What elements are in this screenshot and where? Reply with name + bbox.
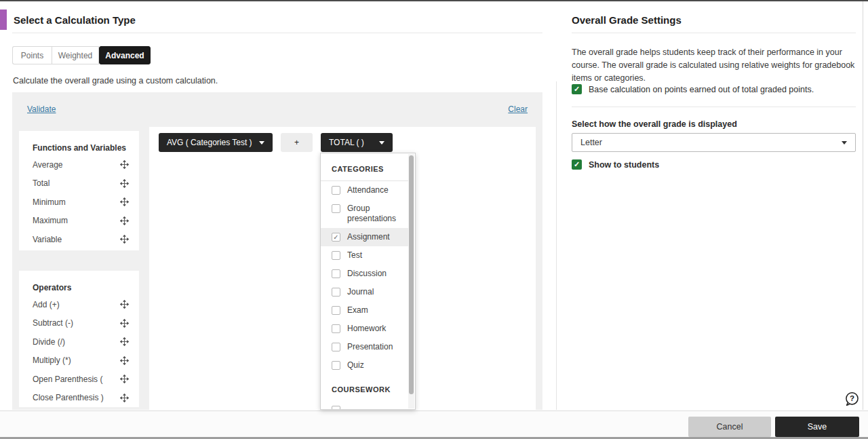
show-to-students-label: Show to students xyxy=(589,160,659,170)
move-icon[interactable] xyxy=(120,300,129,309)
operator-item-multiply[interactable]: Multiply (*) xyxy=(19,351,139,370)
save-button[interactable]: Save xyxy=(775,417,859,437)
category-option-journal[interactable]: Journal xyxy=(321,283,408,301)
checkbox-unchecked-icon[interactable] xyxy=(332,269,340,278)
page-title: Select a Calculation Type xyxy=(14,14,136,26)
page-scrollbar-track xyxy=(863,1,863,410)
panel-divider xyxy=(556,81,557,410)
move-icon[interactable] xyxy=(120,319,129,328)
move-icon[interactable] xyxy=(120,197,129,206)
grade-display-value: Letter xyxy=(580,138,602,147)
move-icon[interactable] xyxy=(120,179,129,188)
tab-advanced[interactable]: Advanced xyxy=(99,46,151,64)
category-option-exam[interactable]: Exam xyxy=(321,301,408,320)
checkbox-unchecked-icon[interactable] xyxy=(332,361,340,370)
checkbox-unchecked-icon[interactable] xyxy=(332,251,340,260)
function-item-maximum[interactable]: Maximum xyxy=(19,212,139,231)
grade-display-select[interactable]: Letter xyxy=(572,133,856,152)
divider xyxy=(12,33,542,33)
operator-item-open-paren[interactable]: Open Parenthesis ( xyxy=(19,370,139,389)
divider xyxy=(572,107,856,107)
operator-item-close-paren[interactable]: Close Parenthesis ) xyxy=(19,389,139,408)
settings-title: Overall Grade Settings xyxy=(572,14,682,26)
operator-item-divide[interactable]: Divide (/) xyxy=(19,332,139,351)
grade-display-label: Select how the overall grade is displaye… xyxy=(572,119,737,129)
coursework-option-partial[interactable] xyxy=(321,401,408,410)
category-option-discussion[interactable]: Discussion xyxy=(321,265,408,283)
checkbox-unchecked-icon[interactable] xyxy=(332,406,340,410)
expression-canvas[interactable]: AVG ( Categories Test ) + TOTAL ( ) CATE… xyxy=(149,127,536,410)
clear-link[interactable]: Clear xyxy=(508,104,528,114)
dropdown-scrollbar-thumb[interactable] xyxy=(409,155,414,394)
category-option-attendance[interactable]: Attendance xyxy=(321,181,408,199)
checkbox-unchecked-icon[interactable] xyxy=(332,186,340,195)
function-item-minimum[interactable]: Minimum xyxy=(19,193,139,212)
function-item-total[interactable]: Total xyxy=(19,174,139,193)
checkbox-unchecked-icon[interactable] xyxy=(332,288,340,297)
grade-settings-page: Select a Calculation Type Points Weighte… xyxy=(0,0,868,439)
move-icon[interactable] xyxy=(120,394,129,402)
checkbox-checked-icon[interactable] xyxy=(332,233,340,242)
operators-card: Operators Add (+) Subtract (-) Divide (/… xyxy=(19,271,139,407)
total-categories-dropdown: CATEGORIES Attendance Group presentation… xyxy=(320,153,416,410)
move-icon[interactable] xyxy=(120,235,129,244)
functions-card: Functions and Variables Average Total Mi… xyxy=(19,131,139,250)
avg-function-chip[interactable]: AVG ( Categories Test ) xyxy=(159,133,273,152)
category-option-assignment[interactable]: Assignment xyxy=(321,228,408,246)
move-icon[interactable] xyxy=(120,160,129,169)
divider xyxy=(572,33,856,33)
calculation-description: Calculate the overall grade using a cust… xyxy=(13,76,218,85)
svg-text:?: ? xyxy=(850,394,854,402)
move-icon[interactable] xyxy=(120,375,129,383)
show-to-students-row: Show to students xyxy=(572,159,659,170)
categories-group-header: CATEGORIES xyxy=(321,153,408,180)
overall-grade-settings-panel: Overall Grade Settings The overall grade… xyxy=(572,0,856,410)
calculation-type-tabs: Points Weighted Advanced xyxy=(12,46,151,64)
coursework-group-header: COURSEWORK xyxy=(321,375,408,401)
operator-item-add[interactable]: Add (+) xyxy=(19,295,139,314)
function-item-variable[interactable]: Variable xyxy=(19,230,139,249)
chevron-down-icon xyxy=(259,141,264,145)
window-top-border xyxy=(0,0,868,1)
category-option-homework[interactable]: Homework xyxy=(321,320,408,338)
checkbox-checked-icon[interactable] xyxy=(572,84,582,94)
cancel-button[interactable]: Cancel xyxy=(688,417,771,437)
base-calculation-row: Base calculation on points earned out of… xyxy=(572,84,814,94)
move-icon[interactable] xyxy=(120,216,129,225)
operator-item-subtract[interactable]: Subtract (-) xyxy=(19,314,139,333)
chevron-down-icon xyxy=(842,141,847,145)
checkbox-checked-icon[interactable] xyxy=(572,159,582,170)
category-option-group-presentations[interactable]: Group presentations xyxy=(321,199,408,228)
footer-action-bar: Cancel Save xyxy=(0,411,868,437)
function-item-average[interactable]: Average xyxy=(19,155,139,174)
accent-bar xyxy=(0,9,7,30)
validate-link[interactable]: Validate xyxy=(27,104,56,114)
chevron-down-icon xyxy=(379,141,384,145)
base-calculation-label: Base calculation on points earned out of… xyxy=(589,85,814,94)
category-option-test[interactable]: Test xyxy=(321,246,408,265)
total-function-chip[interactable]: TOTAL ( ) xyxy=(321,133,393,152)
operators-title: Operators xyxy=(19,271,139,295)
expression-chips: AVG ( Categories Test ) + TOTAL ( ) xyxy=(159,133,393,152)
category-option-quiz[interactable]: Quiz xyxy=(321,356,408,375)
checkbox-unchecked-icon[interactable] xyxy=(332,204,340,213)
checkbox-unchecked-icon[interactable] xyxy=(332,306,340,315)
checkbox-unchecked-icon[interactable] xyxy=(332,324,340,333)
help-bubble-icon: ? xyxy=(844,391,860,407)
checkbox-unchecked-icon[interactable] xyxy=(332,343,340,351)
settings-description: The overall grade helps students keep tr… xyxy=(572,46,856,85)
category-option-presentation[interactable]: Presentation xyxy=(321,338,408,356)
functions-title: Functions and Variables xyxy=(19,131,139,155)
help-button[interactable]: ? xyxy=(844,391,860,407)
move-icon[interactable] xyxy=(120,356,129,365)
dropdown-scrollbar-track[interactable] xyxy=(408,154,414,408)
move-icon[interactable] xyxy=(120,337,129,346)
dropdown-content: CATEGORIES Attendance Group presentation… xyxy=(321,153,408,410)
tab-weighted[interactable]: Weighted xyxy=(52,46,99,64)
calculation-builder-panel: Validate Clear Functions and Variables A… xyxy=(12,92,542,410)
add-operator-chip[interactable]: + xyxy=(281,133,313,152)
tab-points[interactable]: Points xyxy=(12,46,52,64)
